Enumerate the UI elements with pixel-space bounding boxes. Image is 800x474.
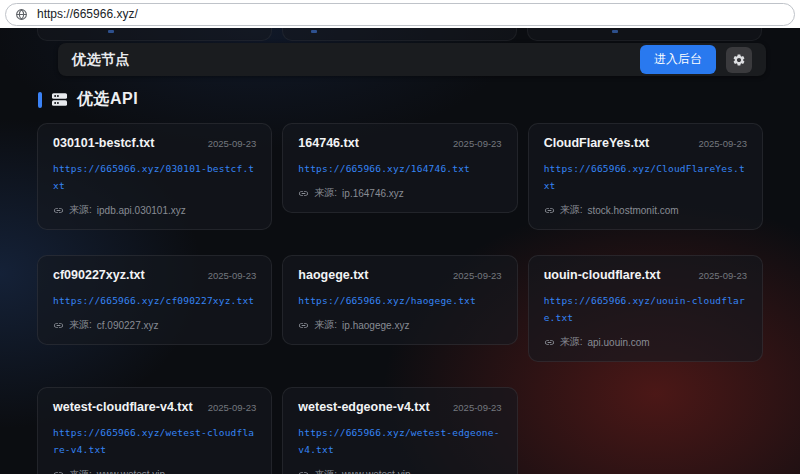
card-source: 来源: www.wetest.vip [53, 468, 256, 474]
card-title: wetest-cloudflare-v4.txt [53, 400, 193, 414]
source-value: cf.090227.xyz [97, 320, 159, 331]
source-label: 来源: [314, 468, 337, 474]
link-icon [53, 469, 64, 474]
source-label: 来源: [560, 203, 583, 217]
api-card: 164746.txt 2025-09-23 https://665966.xyz… [282, 123, 517, 213]
page-title: 优选节点 [72, 51, 130, 69]
card-source: 来源: cf.090227.xyz [53, 318, 256, 332]
source-value: api.uouin.com [587, 337, 649, 348]
source-label: 来源: [69, 318, 92, 332]
card-source: 来源: api.uouin.com [544, 335, 747, 349]
cutoff-card-fragment [37, 28, 272, 41]
source-value: ip.164746.xyz [342, 188, 404, 199]
source-value: stock.hostmonit.com [587, 205, 678, 216]
card-url-link[interactable]: https://665966.xyz/164746.txt [298, 160, 501, 177]
page-background: 优选节点 进入后台 优选API 030101-bestcf.txt [0, 28, 800, 474]
cutoff-card-fragment [527, 28, 762, 41]
card-date: 2025-09-23 [208, 270, 257, 281]
link-icon [298, 469, 309, 474]
api-card: haogege.txt 2025-09-23 https://665966.xy… [282, 255, 517, 345]
source-value: ip.haogege.xyz [342, 320, 409, 331]
api-card: cf090227xyz.txt 2025-09-23 https://66596… [37, 255, 272, 345]
card-title: wetest-edgeone-v4.txt [298, 400, 429, 414]
link-icon [298, 320, 309, 331]
card-date: 2025-09-23 [453, 138, 502, 149]
card-date: 2025-09-23 [453, 402, 502, 413]
toolbar-actions: 进入后台 [640, 45, 752, 74]
settings-button[interactable] [726, 47, 752, 73]
source-value: www.wetest.vip [97, 469, 165, 474]
card-date: 2025-09-23 [698, 270, 747, 281]
card-date: 2025-09-23 [208, 138, 257, 149]
api-card-grid: 030101-bestcf.txt 2025-09-23 https://665… [37, 123, 763, 474]
server-icon [50, 90, 69, 109]
card-title: cf090227xyz.txt [53, 268, 145, 282]
card-url-link[interactable]: https://665966.xyz/wetest-edgeone-v4.txt [298, 424, 501, 458]
source-value: ipdb.api.030101.xyz [97, 205, 186, 216]
card-title: 164746.txt [298, 136, 358, 150]
source-label: 来源: [560, 335, 583, 349]
card-title: 030101-bestcf.txt [53, 136, 154, 150]
link-icon [544, 205, 555, 216]
source-label: 来源: [314, 318, 337, 332]
cutoff-link-speck [612, 30, 618, 33]
card-source: 来源: ipdb.api.030101.xyz [53, 203, 256, 217]
link-icon [53, 205, 64, 216]
card-url-link[interactable]: https://665966.xyz/cf090227xyz.txt [53, 292, 256, 309]
api-card: uouin-cloudflare.txt 2025-09-23 https://… [528, 255, 763, 362]
card-title: uouin-cloudflare.txt [544, 268, 661, 282]
browser-chrome: https://665966.xyz/ [0, 0, 800, 28]
card-url-link[interactable]: https://665966.xyz/uouin-cloudflare.txt [544, 292, 747, 326]
cutoff-link-speck [311, 30, 317, 33]
card-date: 2025-09-23 [453, 270, 502, 281]
card-title: haogege.txt [298, 268, 368, 282]
source-label: 来源: [314, 186, 337, 200]
source-value: www.wetest.vip [342, 469, 410, 474]
card-url-link[interactable]: https://665966.xyz/wetest-cloudflare-v4.… [53, 424, 256, 458]
section-header: 优选API [38, 89, 138, 110]
cutoff-link-speck [108, 30, 114, 33]
link-icon [544, 337, 555, 348]
address-url[interactable]: https://665966.xyz/ [37, 7, 138, 21]
card-source: 来源: www.wetest.vip [298, 468, 501, 474]
link-icon [298, 188, 309, 199]
card-source: 来源: ip.164746.xyz [298, 186, 501, 200]
page-toolbar: 优选节点 进入后台 [58, 43, 766, 76]
link-icon [53, 320, 64, 331]
api-card: 030101-bestcf.txt 2025-09-23 https://665… [37, 123, 272, 230]
card-date: 2025-09-23 [698, 138, 747, 149]
card-url-link[interactable]: https://665966.xyz/CloudFlareYes.txt [544, 160, 747, 194]
api-card: wetest-cloudflare-v4.txt 2025-09-23 http… [37, 387, 272, 474]
browser-address-bar[interactable]: https://665966.xyz/ [5, 3, 795, 26]
admin-button[interactable]: 进入后台 [640, 45, 716, 74]
gear-icon [732, 53, 746, 67]
card-date: 2025-09-23 [208, 402, 257, 413]
card-url-link[interactable]: https://665966.xyz/030101-bestcf.txt [53, 160, 256, 194]
cutoff-card-fragment [282, 28, 517, 41]
source-label: 来源: [69, 468, 92, 474]
api-card: CloudFlareYes.txt 2025-09-23 https://665… [528, 123, 763, 230]
accent-bar [38, 92, 42, 108]
section-title: 优选API [77, 89, 138, 110]
site-info-globe-icon[interactable] [15, 8, 28, 21]
card-source: 来源: ip.haogege.xyz [298, 318, 501, 332]
card-source: 来源: stock.hostmonit.com [544, 203, 747, 217]
source-label: 来源: [69, 203, 92, 217]
card-url-link[interactable]: https://665966.xyz/haogege.txt [298, 292, 501, 309]
card-title: CloudFlareYes.txt [544, 136, 650, 150]
api-card: wetest-edgeone-v4.txt 2025-09-23 https:/… [282, 387, 517, 474]
